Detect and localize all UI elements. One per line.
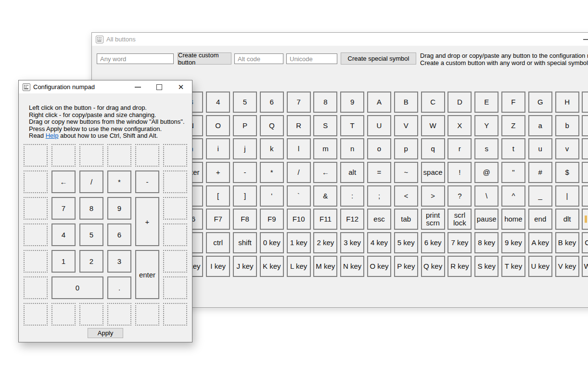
minimize-button[interactable] <box>130 80 145 93</box>
key-button[interactable]: P key <box>394 256 418 277</box>
key-button[interactable]: 9 <box>340 92 364 113</box>
key-button[interactable]: a <box>528 115 552 136</box>
key-button[interactable]: l <box>287 138 311 159</box>
key-button[interactable]: q <box>421 138 445 159</box>
numpad-key[interactable]: + <box>135 197 159 246</box>
key-button[interactable] <box>582 115 588 136</box>
key-button[interactable]: + <box>206 162 230 183</box>
numpad-key[interactable]: 7 <box>51 197 76 220</box>
key-button[interactable]: m <box>313 138 337 159</box>
key-button[interactable]: v <box>555 138 579 159</box>
key-button[interactable]: V <box>394 115 418 136</box>
key-button[interactable]: pause <box>474 209 499 230</box>
key-button[interactable]: ; <box>367 185 391 207</box>
key-button[interactable]: F11 <box>313 209 337 230</box>
numpad-key[interactable]: 1 <box>51 250 76 273</box>
numpad-empty-slot[interactable] <box>163 250 187 273</box>
key-button[interactable]: # <box>528 162 552 183</box>
numpad-key[interactable]: ← <box>51 170 76 193</box>
key-button[interactable]: S key <box>474 256 499 277</box>
key-button[interactable]: 7 <box>287 92 311 113</box>
key-button[interactable]: 8 <box>313 92 337 113</box>
key-button[interactable]: ← <box>313 162 337 183</box>
key-button[interactable]: o <box>367 138 391 159</box>
key-button[interactable]: ! <box>447 162 472 183</box>
numpad-empty-slot[interactable] <box>51 144 76 167</box>
key-button[interactable]: R <box>287 115 311 136</box>
create-special-symbol-button[interactable]: Create special symbol <box>341 52 416 65</box>
key-button[interactable] <box>582 209 588 230</box>
numpad-empty-slot[interactable] <box>51 303 76 326</box>
key-button[interactable]: ctrl <box>206 232 230 253</box>
key-button[interactable]: F12 <box>340 209 364 230</box>
key-button[interactable]: @ <box>474 162 499 183</box>
key-button[interactable]: 6 key <box>421 232 445 253</box>
key-button[interactable]: U key <box>528 256 552 277</box>
numpad-key[interactable]: 5 <box>79 223 103 246</box>
key-button[interactable]: ' <box>260 185 284 207</box>
key-button[interactable]: 4 <box>206 92 230 113</box>
key-button[interactable]: H <box>555 92 579 113</box>
key-button[interactable]: E <box>474 92 499 113</box>
key-button[interactable]: p <box>394 138 418 159</box>
minimize-button[interactable] <box>579 33 588 46</box>
numpad-empty-slot[interactable] <box>163 197 187 220</box>
key-button[interactable]: & <box>313 185 337 207</box>
numpad-key[interactable]: / <box>79 170 103 193</box>
numpad-key[interactable]: enter <box>135 250 159 299</box>
key-button[interactable]: [ <box>206 185 230 207</box>
key-button[interactable]: space <box>421 162 445 183</box>
key-button[interactable]: Q <box>260 115 284 136</box>
key-button[interactable]: V key <box>555 256 579 277</box>
key-button[interactable]: i <box>206 138 230 159</box>
key-button[interactable]: 7 key <box>447 232 472 253</box>
key-button[interactable]: Q key <box>421 256 445 277</box>
key-button[interactable]: B <box>394 92 418 113</box>
key-button[interactable]: scrl lock <box>447 209 472 230</box>
numpad-key[interactable]: 4 <box>51 223 76 246</box>
help-link[interactable]: Help <box>46 132 59 139</box>
key-button[interactable]: \ <box>474 185 499 207</box>
key-button[interactable]: 9 key <box>501 232 525 253</box>
numpad-empty-slot[interactable] <box>24 170 48 193</box>
numpad-empty-slot[interactable] <box>24 276 48 299</box>
key-button[interactable]: ? <box>447 185 472 207</box>
numpad-key[interactable]: 9 <box>107 197 131 220</box>
key-button[interactable] <box>582 92 588 113</box>
key-button[interactable]: N key <box>340 256 364 277</box>
key-button[interactable]: T <box>340 115 364 136</box>
maximize-button[interactable] <box>152 80 166 93</box>
key-button[interactable]: C <box>421 92 445 113</box>
numpad-key[interactable]: . <box>107 276 131 299</box>
key-button[interactable]: 6 <box>260 92 284 113</box>
numpad-empty-slot[interactable] <box>163 223 187 246</box>
all-buttons-titlebar[interactable]: All buttons <box>92 33 588 46</box>
key-button[interactable]: W <box>421 115 445 136</box>
numpad-key[interactable]: 2 <box>79 250 103 273</box>
numpad-key[interactable]: 6 <box>107 223 131 246</box>
alt-code-input[interactable] <box>234 53 283 64</box>
numpad-key[interactable]: 3 <box>107 250 131 273</box>
key-button[interactable]: < <box>394 185 418 207</box>
numpad-empty-slot[interactable] <box>24 223 48 246</box>
numpad-empty-slot[interactable] <box>163 276 187 299</box>
numpad-empty-slot[interactable] <box>79 144 103 167</box>
key-button[interactable]: = <box>367 162 391 183</box>
key-button[interactable]: A key <box>528 232 552 253</box>
key-button[interactable]: > <box>421 185 445 207</box>
key-button[interactable]: F7 <box>206 209 230 230</box>
key-button[interactable]: L key <box>287 256 311 277</box>
key-button[interactable]: 2 key <box>313 232 337 253</box>
key-button[interactable]: I key <box>206 256 230 277</box>
key-button[interactable]: F8 <box>233 209 257 230</box>
key-button[interactable]: C key <box>582 232 588 253</box>
key-button[interactable]: home <box>501 209 525 230</box>
key-button[interactable]: n <box>340 138 364 159</box>
key-button[interactable]: u <box>528 138 552 159</box>
key-button[interactable]: F10 <box>287 209 311 230</box>
key-button[interactable]: A <box>367 92 391 113</box>
key-button[interactable]: Y <box>474 115 499 136</box>
numpad-key[interactable]: * <box>107 170 131 193</box>
key-button[interactable]: 5 key <box>394 232 418 253</box>
key-button[interactable]: ` <box>287 185 311 207</box>
